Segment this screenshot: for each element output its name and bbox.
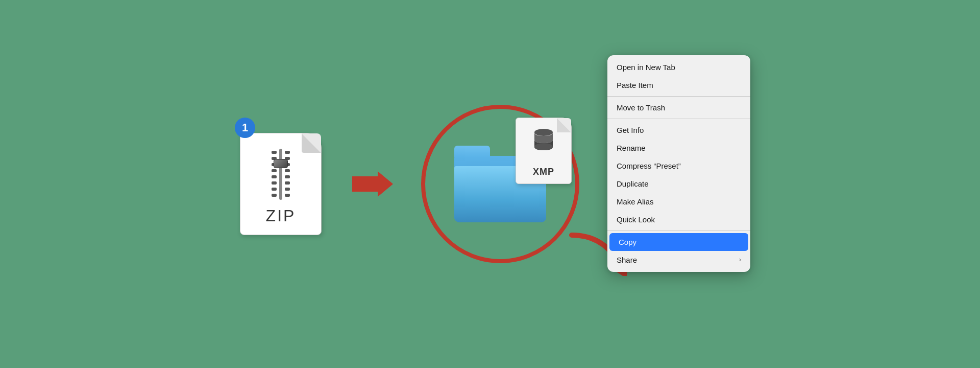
menu-item-quick-look[interactable]: Quick Look xyxy=(607,211,750,228)
badge-label: 1 xyxy=(242,121,248,134)
context-menu: Open in New Tab Paste Item Move to Trash… xyxy=(607,55,750,272)
zip-icon-container: 1 xyxy=(230,123,332,245)
svg-point-1 xyxy=(534,129,553,136)
zip-file-icon: ZIP xyxy=(240,133,322,235)
menu-item-make-alias[interactable]: Make Alias xyxy=(607,193,750,211)
xmp-label: XMP xyxy=(533,167,554,177)
folder-tab xyxy=(454,146,490,157)
zipper xyxy=(272,149,290,200)
separator-2 xyxy=(607,119,750,119)
folder-group: XMP xyxy=(444,133,556,235)
badge-number: 1 xyxy=(235,118,255,138)
arrow-to-folder xyxy=(352,169,393,199)
xmp-file-icon: XMP xyxy=(516,118,572,184)
menu-item-share[interactable]: Share › xyxy=(607,251,750,269)
menu-item-duplicate[interactable]: Duplicate xyxy=(607,175,750,193)
submenu-chevron: › xyxy=(739,255,741,264)
menu-item-compress[interactable]: Compress “Preset” xyxy=(607,157,750,175)
menu-item-rename[interactable]: Rename xyxy=(607,139,750,157)
database-icon xyxy=(531,127,556,154)
menu-item-copy[interactable]: Copy xyxy=(609,233,748,251)
svg-point-2 xyxy=(534,143,553,150)
zip-label: ZIP xyxy=(266,206,296,225)
separator-1 xyxy=(607,96,750,97)
menu-item-move-to-trash[interactable]: Move to Trash xyxy=(607,99,750,117)
main-scene: 1 xyxy=(230,76,750,292)
separator-3 xyxy=(607,231,750,231)
menu-item-paste-item[interactable]: Paste Item xyxy=(607,76,750,94)
svg-marker-0 xyxy=(352,171,393,197)
menu-item-get-info[interactable]: Get Info xyxy=(607,121,750,139)
folder-circle-container: XMP xyxy=(413,97,587,271)
menu-item-open-new-tab[interactable]: Open in New Tab xyxy=(607,58,750,76)
